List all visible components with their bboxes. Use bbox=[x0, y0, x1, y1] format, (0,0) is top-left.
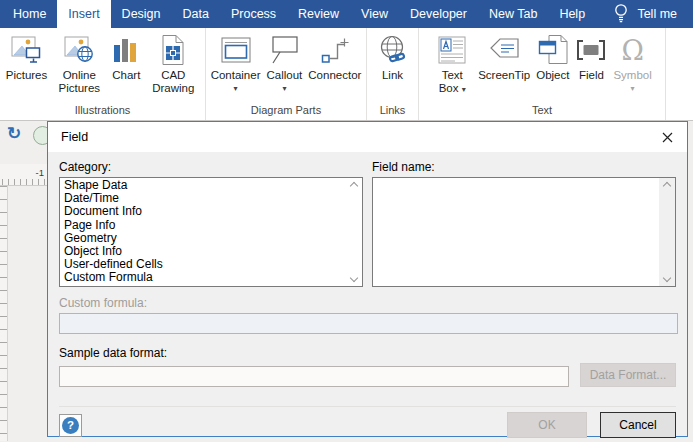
horizontal-ruler: -1 bbox=[0, 164, 47, 186]
tab-review[interactable]: Review bbox=[287, 0, 350, 28]
category-item[interactable]: Page Info bbox=[60, 219, 346, 232]
vertical-ruler bbox=[0, 186, 8, 441]
pictures-icon bbox=[10, 33, 42, 67]
field-name-empty-list bbox=[373, 178, 659, 286]
tell-me-control[interactable]: Tell me bbox=[614, 0, 693, 28]
callout-dropdown-caret[interactable]: ▾ bbox=[282, 84, 286, 93]
cad-drawing-icon bbox=[158, 33, 188, 67]
sample-data-format-label: Sample data format: bbox=[59, 346, 676, 360]
ribbon-group-links: Link Links bbox=[367, 28, 419, 120]
cancel-button[interactable]: Cancel bbox=[600, 412, 676, 438]
ribbon-group-text: Text Box ▾ ScreenTip Object Field bbox=[419, 28, 666, 120]
tab-developer[interactable]: Developer bbox=[399, 0, 478, 28]
text-box-button[interactable]: Text Box ▾ bbox=[429, 28, 475, 103]
scroll-down-icon[interactable] bbox=[350, 274, 358, 282]
screentip-button[interactable]: ScreenTip bbox=[475, 28, 533, 103]
online-pictures-button[interactable]: Online Pictures bbox=[50, 28, 108, 103]
sample-data-format-input[interactable] bbox=[59, 366, 569, 387]
tab-home[interactable]: Home bbox=[2, 0, 57, 28]
container-icon bbox=[219, 33, 253, 67]
tab-process[interactable]: Process bbox=[220, 0, 287, 28]
drawing-canvas[interactable]: ↻ -1 Field Category: Shape Data Date/Tim… bbox=[0, 121, 693, 441]
dialog-title-bar[interactable]: Field bbox=[48, 122, 687, 152]
tell-me-label: Tell me bbox=[637, 7, 677, 21]
field-button[interactable]: Field bbox=[572, 28, 610, 103]
chart-button[interactable]: Chart bbox=[108, 28, 144, 103]
link-button[interactable]: Link bbox=[374, 28, 412, 103]
field-name-listbox[interactable] bbox=[372, 177, 676, 287]
group-label-diagram-parts: Diagram Parts bbox=[206, 103, 366, 120]
tabbar-spacer bbox=[596, 0, 614, 28]
tab-design[interactable]: Design bbox=[111, 0, 172, 28]
online-pictures-icon bbox=[63, 33, 95, 67]
tab-new-tab[interactable]: New Tab bbox=[478, 0, 548, 28]
connector-button[interactable]: Connector bbox=[305, 28, 364, 103]
close-icon bbox=[662, 132, 673, 143]
ribbon-group-illustrations: Pictures Online Pictures Chart CAD Drawi… bbox=[0, 28, 206, 120]
field-name-scrollbar[interactable] bbox=[659, 178, 675, 286]
tab-data[interactable]: Data bbox=[172, 0, 220, 28]
container-dropdown-caret[interactable]: ▾ bbox=[234, 84, 238, 93]
tab-view[interactable]: View bbox=[350, 0, 399, 28]
symbol-dropdown-caret: ▾ bbox=[631, 84, 635, 93]
dialog-close-button[interactable] bbox=[647, 122, 687, 152]
ruler-mark-label: -1 bbox=[36, 167, 44, 178]
help-button[interactable]: ? bbox=[59, 414, 82, 437]
field-icon bbox=[575, 33, 607, 67]
callout-button[interactable]: Callout ▾ bbox=[264, 28, 306, 103]
ruler-ticks bbox=[2, 179, 47, 185]
callout-icon bbox=[268, 33, 300, 67]
category-scrollbar[interactable] bbox=[346, 178, 362, 286]
category-item[interactable]: Document Info bbox=[60, 205, 346, 218]
group-label-links: Links bbox=[367, 103, 418, 120]
ribbon-group-diagram-parts: Container ▾ Callout ▾ Connector Diagram … bbox=[206, 28, 367, 120]
link-icon bbox=[377, 33, 409, 67]
help-icon: ? bbox=[62, 417, 79, 434]
field-name-label: Field name: bbox=[372, 160, 676, 174]
tab-help[interactable]: Help bbox=[548, 0, 596, 28]
custom-formula-input bbox=[59, 313, 678, 334]
lightbulb-icon bbox=[614, 3, 628, 26]
object-button[interactable]: Object bbox=[533, 28, 572, 103]
scroll-up-icon[interactable] bbox=[663, 182, 671, 190]
connector-icon bbox=[319, 33, 351, 67]
rotate-shape-icon[interactable]: ↻ bbox=[7, 123, 21, 144]
object-icon bbox=[537, 33, 569, 67]
category-label: Category: bbox=[59, 160, 363, 174]
chart-icon bbox=[111, 33, 141, 67]
scroll-down-icon[interactable] bbox=[663, 274, 671, 282]
field-dialog: Field Category: Shape Data Date/Time Doc… bbox=[47, 121, 688, 437]
category-listbox[interactable]: Shape Data Date/Time Document Info Page … bbox=[59, 177, 363, 287]
scroll-up-icon[interactable] bbox=[350, 182, 358, 190]
text-box-dropdown-caret[interactable]: ▾ bbox=[462, 85, 466, 94]
ribbon-tab-bar: Home Insert Design Data Process Review V… bbox=[0, 0, 693, 28]
group-label-text: Text bbox=[419, 103, 665, 120]
data-format-button: Data Format... bbox=[580, 363, 676, 387]
ribbon-empty-space bbox=[666, 28, 693, 120]
cad-drawing-button[interactable]: CAD Drawing bbox=[144, 28, 202, 103]
screentip-icon bbox=[487, 33, 521, 67]
pictures-button[interactable]: Pictures bbox=[3, 28, 51, 103]
dialog-title: Field bbox=[61, 130, 88, 144]
text-box-icon bbox=[436, 33, 468, 67]
footer-divider bbox=[59, 406, 676, 407]
symbol-omega-icon: Ω bbox=[621, 33, 643, 67]
symbol-button: Ω Symbol ▾ bbox=[610, 28, 654, 103]
tab-insert[interactable]: Insert bbox=[57, 0, 110, 28]
group-label-illustrations: Illustrations bbox=[0, 103, 205, 120]
category-item[interactable]: Custom Formula bbox=[60, 271, 346, 284]
custom-formula-label: Custom formula: bbox=[59, 296, 676, 310]
container-button[interactable]: Container ▾ bbox=[208, 28, 264, 103]
ribbon: Pictures Online Pictures Chart CAD Drawi… bbox=[0, 28, 693, 121]
ok-button: OK bbox=[507, 412, 587, 438]
